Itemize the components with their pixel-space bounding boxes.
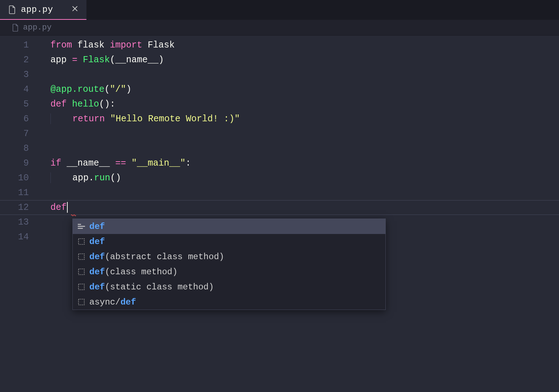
snippet-icon xyxy=(77,238,86,245)
tab-label: app.py xyxy=(21,5,53,14)
code-line[interactable] xyxy=(50,185,559,200)
file-icon xyxy=(12,24,19,32)
suggestion-item[interactable]: def(abstract class method) xyxy=(73,249,385,264)
line-number: 3 xyxy=(0,67,36,82)
line-number: 9 xyxy=(0,156,36,171)
suggestion-label: def xyxy=(89,222,105,231)
suggestion-item[interactable]: def(static class method) xyxy=(73,279,385,294)
suggestion-label: def(static class method) xyxy=(89,282,214,292)
text-cursor xyxy=(67,202,68,213)
svg-rect-4 xyxy=(79,254,84,260)
breadcrumb-label[interactable]: app.py xyxy=(23,23,52,32)
line-number-gutter: 1234567891011121314 xyxy=(0,36,36,244)
suggestion-label: def(abstract class method) xyxy=(89,252,224,262)
line-number: 12 xyxy=(0,200,36,215)
svg-rect-5 xyxy=(79,269,84,275)
svg-rect-0 xyxy=(78,224,81,225)
code-line[interactable]: app = Flask(__name__) xyxy=(50,53,559,67)
suggestion-label: def(class method) xyxy=(89,267,178,277)
code-line[interactable]: app.run() xyxy=(50,171,559,185)
code-line[interactable] xyxy=(50,141,559,156)
code-line[interactable]: if __name__ == "__main__": xyxy=(50,156,559,171)
svg-rect-2 xyxy=(78,228,83,229)
line-number: 2 xyxy=(0,53,36,67)
indent-guide xyxy=(50,113,51,124)
code-line[interactable] xyxy=(50,67,559,82)
line-number: 14 xyxy=(0,230,36,244)
breadcrumb: app.py xyxy=(0,20,559,36)
tab-app-py[interactable]: app.py xyxy=(0,0,86,20)
suggestion-item[interactable]: async/def xyxy=(73,294,385,310)
snippet-icon xyxy=(77,283,86,290)
close-icon[interactable] xyxy=(71,4,79,15)
error-squiggle-icon xyxy=(71,214,76,216)
snippet-icon xyxy=(77,268,86,275)
svg-rect-3 xyxy=(79,239,84,244)
file-icon xyxy=(9,5,16,14)
code-line[interactable]: return "Hello Remote World! :)" xyxy=(50,112,559,126)
suggestion-popup[interactable]: defdefdef(abstract class method)def(clas… xyxy=(72,218,386,310)
code-line[interactable]: @app.route("/") xyxy=(50,82,559,97)
line-number: 11 xyxy=(0,185,36,200)
line-number: 10 xyxy=(0,171,36,185)
svg-rect-1 xyxy=(78,226,85,227)
tab-bar: app.py xyxy=(0,0,559,20)
code-line[interactable] xyxy=(50,126,559,141)
line-number: 8 xyxy=(0,141,36,156)
suggestion-item[interactable]: def xyxy=(73,234,385,249)
code-content[interactable]: from flask import Flaskapp = Flask(__nam… xyxy=(50,38,559,244)
suggestion-item[interactable]: def xyxy=(73,219,385,234)
svg-rect-6 xyxy=(79,284,84,290)
snippet-icon xyxy=(77,298,86,306)
suggestion-label: async/def xyxy=(89,297,136,307)
line-number: 13 xyxy=(0,215,36,230)
line-number: 1 xyxy=(0,38,36,53)
indent-guide xyxy=(50,172,51,183)
suggestion-item[interactable]: def(class method) xyxy=(73,264,385,279)
line-number: 7 xyxy=(0,126,36,141)
code-line[interactable]: def xyxy=(50,200,559,215)
keyword-icon xyxy=(77,223,86,230)
snippet-icon xyxy=(77,253,86,260)
suggestion-label: def xyxy=(89,237,105,247)
editor[interactable]: 1234567891011121314 from flask import Fl… xyxy=(0,36,559,392)
svg-rect-7 xyxy=(79,299,84,305)
line-number: 4 xyxy=(0,82,36,97)
line-number: 6 xyxy=(0,112,36,126)
line-number: 5 xyxy=(0,97,36,112)
code-line[interactable]: from flask import Flask xyxy=(50,38,559,53)
code-line[interactable]: def hello(): xyxy=(50,97,559,112)
